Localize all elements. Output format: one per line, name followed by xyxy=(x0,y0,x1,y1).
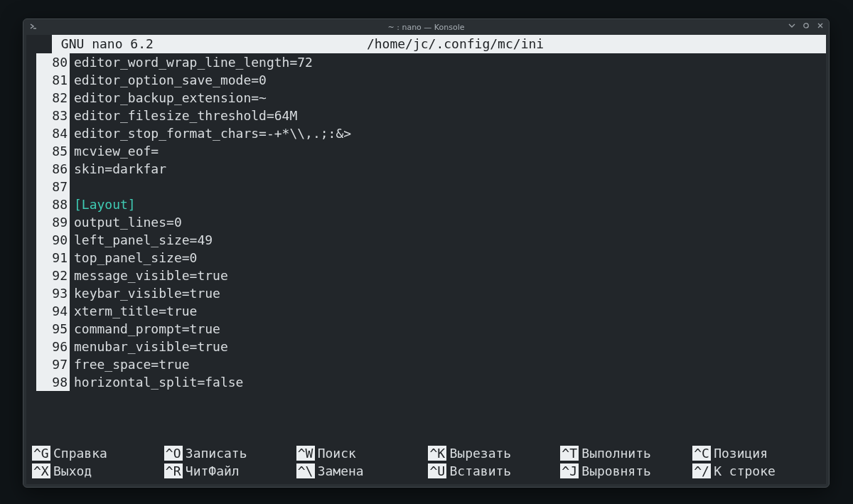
shortcut-item[interactable]: ^\Замена xyxy=(296,462,424,480)
window-titlebar[interactable]: ~ : nano — Konsole xyxy=(23,19,829,35)
shortcut-item[interactable]: ^GСправка xyxy=(32,444,160,462)
shortcut-item[interactable]: ^UВставить xyxy=(428,462,556,480)
editor-line[interactable]: 82editor_backup_extension=~ xyxy=(26,89,826,107)
config-line[interactable]: command_prompt=true xyxy=(74,320,220,338)
shortcut-key: ^/ xyxy=(692,463,711,478)
shortcut-item[interactable]: ^JВыровнять xyxy=(560,462,688,480)
config-line[interactable]: keybar_visible=true xyxy=(74,284,220,302)
shortcut-item[interactable]: ^/К строке xyxy=(692,462,820,480)
editor-line[interactable]: 86skin=darkfar xyxy=(26,160,826,178)
maximize-icon[interactable] xyxy=(802,21,810,30)
terminal-area[interactable]: GNU nano 6.2 /home/jc/.config/mc/ini 80e… xyxy=(26,35,826,484)
line-number: 92 xyxy=(36,267,70,284)
line-number: 86 xyxy=(36,160,70,178)
editor-line[interactable]: 94xterm_title=true xyxy=(26,302,826,320)
shortcut-item[interactable]: ^TВыполнить xyxy=(560,444,688,462)
editor-line[interactable]: 92message_visible=true xyxy=(26,267,826,284)
shortcut-label: К строке xyxy=(711,463,776,478)
shortcut-key: ^U xyxy=(428,463,446,478)
shortcut-key: ^W xyxy=(296,446,315,461)
editor-line[interactable]: 85mcview_eof= xyxy=(26,142,826,160)
window-title: ~ : nano — Konsole xyxy=(388,23,465,32)
line-number: 89 xyxy=(36,213,70,231)
line-number: 93 xyxy=(36,284,70,302)
line-number: 84 xyxy=(36,124,70,142)
config-line[interactable]: editor_stop_format_chars=-+*\\,.;:&> xyxy=(74,124,351,142)
shortcut-item[interactable]: ^CПозиция xyxy=(692,444,820,462)
shortcut-label: Замена xyxy=(315,463,364,478)
config-line[interactable]: free_space=true xyxy=(74,355,190,373)
shortcut-key: ^C xyxy=(692,446,711,461)
editor-line[interactable]: 84editor_stop_format_chars=-+*\\,.;:&> xyxy=(26,124,826,142)
editor-viewport[interactable]: 80editor_word_wrap_line_length=7281edito… xyxy=(26,53,826,440)
config-line[interactable]: output_lines=0 xyxy=(74,213,182,231)
editor-line[interactable]: 96menubar_visible=true xyxy=(26,338,826,355)
config-line[interactable]: editor_filesize_threshold=64M xyxy=(74,107,297,124)
editor-line[interactable]: 93keybar_visible=true xyxy=(26,284,826,302)
shortcut-label: Выход xyxy=(50,463,92,478)
config-line[interactable]: left_panel_size=49 xyxy=(74,231,213,249)
shortcut-item[interactable]: ^KВырезать xyxy=(428,444,556,462)
config-line[interactable]: xterm_title=true xyxy=(74,302,197,320)
line-number: 97 xyxy=(36,355,70,373)
editor-line[interactable]: 91top_panel_size=0 xyxy=(26,249,826,267)
shortcut-label: ЧитФайл xyxy=(183,463,240,478)
shortcut-label: Вставить xyxy=(446,463,511,478)
config-line[interactable]: mcview_eof= xyxy=(74,142,159,160)
config-line[interactable]: skin=darkfar xyxy=(74,160,166,178)
editor-line[interactable]: 81editor_option_save_mode=0 xyxy=(26,71,826,89)
config-line[interactable]: editor_backup_extension=~ xyxy=(74,89,267,107)
config-line[interactable]: top_panel_size=0 xyxy=(74,249,197,267)
editor-line[interactable]: 90left_panel_size=49 xyxy=(26,231,826,249)
shortcut-key: ^R xyxy=(164,463,183,478)
line-number: 94 xyxy=(36,302,70,320)
line-number: 96 xyxy=(36,338,70,355)
editor-line[interactable]: 80editor_word_wrap_line_length=72 xyxy=(26,53,826,71)
shortcut-label: Выровнять xyxy=(579,463,651,478)
section-header[interactable]: [Layout] xyxy=(74,195,136,213)
minimize-icon[interactable] xyxy=(788,21,796,30)
editor-line[interactable]: 89output_lines=0 xyxy=(26,213,826,231)
config-line[interactable]: message_visible=true xyxy=(74,267,228,284)
shortcut-key: ^\ xyxy=(296,463,315,478)
editor-line[interactable]: 87 xyxy=(26,178,826,195)
shortcut-key: ^K xyxy=(428,446,446,461)
nano-shortcut-bar: ^GСправка^OЗаписать^WПоиск^KВырезать^TВы… xyxy=(26,443,826,481)
line-number: 87 xyxy=(36,178,70,195)
line-number: 80 xyxy=(36,53,70,71)
shortcut-key: ^J xyxy=(560,463,579,478)
line-number: 81 xyxy=(36,71,70,89)
nano-header: GNU nano 6.2 /home/jc/.config/mc/ini xyxy=(26,35,826,53)
shortcut-label: Вырезать xyxy=(446,446,511,461)
config-line[interactable]: horizontal_split=false xyxy=(74,373,243,391)
close-icon[interactable] xyxy=(816,21,825,30)
shortcut-item[interactable]: ^WПоиск xyxy=(296,444,424,462)
editor-line[interactable]: 83editor_filesize_threshold=64M xyxy=(26,107,826,124)
shortcut-label: Записать xyxy=(183,446,247,461)
shortcut-item[interactable]: ^OЗаписать xyxy=(164,444,292,462)
line-number: 88 xyxy=(36,195,70,213)
editor-line[interactable]: 97free_space=true xyxy=(26,355,826,373)
shortcut-label: Выполнить xyxy=(579,446,651,461)
shortcut-key: ^G xyxy=(32,446,50,461)
shortcut-item[interactable]: ^RЧитФайл xyxy=(164,462,292,480)
editor-line[interactable]: 95command_prompt=true xyxy=(26,320,826,338)
config-line[interactable]: editor_word_wrap_line_length=72 xyxy=(74,53,313,71)
line-number: 85 xyxy=(36,142,70,160)
shortcut-key: ^T xyxy=(560,446,579,461)
shortcut-key: ^O xyxy=(164,446,183,461)
app-menu-icon[interactable] xyxy=(29,22,38,31)
line-number: 82 xyxy=(36,89,70,107)
shortcut-label: Поиск xyxy=(315,446,356,461)
config-line[interactable]: editor_option_save_mode=0 xyxy=(74,71,267,89)
line-number: 83 xyxy=(36,107,70,124)
config-line[interactable]: menubar_visible=true xyxy=(74,338,228,355)
editor-line[interactable]: 98horizontal_split=false xyxy=(26,373,826,391)
shortcut-key: ^X xyxy=(32,463,50,478)
line-number: 90 xyxy=(36,231,70,249)
line-number: 91 xyxy=(36,249,70,267)
konsole-window: ~ : nano — Konsole GNU nano 6.2 /home/jc… xyxy=(23,18,830,488)
line-number: 98 xyxy=(36,373,70,391)
shortcut-item[interactable]: ^XВыход xyxy=(32,462,160,480)
editor-line[interactable]: 88[Layout] xyxy=(26,195,826,213)
